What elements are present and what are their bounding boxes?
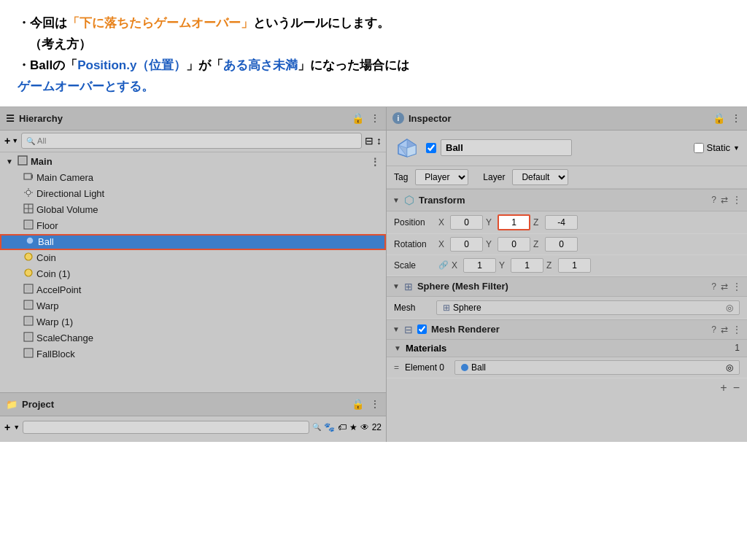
tree-item-warp1[interactable]: Warp (1) <box>0 314 386 330</box>
svg-rect-18 <box>26 286 31 292</box>
position-z-input[interactable] <box>545 215 578 230</box>
element-0-value[interactable]: Ball ◎ <box>454 360 740 375</box>
mesh-renderer-settings-icon[interactable]: ⇄ <box>721 324 728 335</box>
accelpoint-label: AccelPoint <box>36 284 81 295</box>
hierarchy-search-input[interactable] <box>37 136 357 145</box>
mesh-renderer-arrow-icon[interactable]: ▼ <box>392 325 400 333</box>
svg-rect-26 <box>26 350 31 356</box>
mesh-renderer-title: Mesh Renderer <box>431 324 707 335</box>
hierarchy-lock-icon[interactable]: 🔒 <box>352 112 364 124</box>
rotation-z-input[interactable] <box>545 237 578 252</box>
tree-item-accelpoint[interactable]: AccelPoint <box>0 282 386 298</box>
materials-header: ▼ Materials 1 <box>387 340 747 357</box>
tree-item-coin1[interactable]: Coin (1) <box>0 266 386 282</box>
project-dots-icon[interactable]: ⋮ <box>370 398 380 410</box>
mesh-value-text: Sphere <box>453 303 481 313</box>
project-toolbar: + ▼ 🔍 🐾 🏷 ★ 👁 22 <box>0 416 386 438</box>
position-y-label: Y <box>486 217 495 228</box>
transform-arrow-icon[interactable]: ▼ <box>392 196 400 204</box>
rotation-x-input[interactable] <box>450 237 483 252</box>
element-0-target-icon[interactable]: ◎ <box>726 362 733 373</box>
mesh-filter-question-icon[interactable]: ? <box>711 281 716 292</box>
mesh-renderer-dots-icon[interactable]: ⋮ <box>732 324 741 335</box>
position-xyz: X Y Z <box>438 214 740 230</box>
project-star-icon[interactable]: ★ <box>349 422 357 432</box>
mesh-renderer-section-header: ▼ ⊟ Mesh Renderer ? ⇄ ⋮ <box>387 319 747 340</box>
transform-question-icon[interactable]: ? <box>711 195 716 205</box>
materials-title: Materials <box>406 343 730 354</box>
mesh-target-icon[interactable]: ◎ <box>726 303 733 313</box>
object-header: Static ▼ <box>387 131 747 166</box>
project-asset-icon[interactable]: 🐾 <box>324 422 335 432</box>
tree-item-coin[interactable]: Coin <box>0 250 386 266</box>
transform-dots-icon[interactable]: ⋮ <box>732 195 741 205</box>
object-name-input[interactable] <box>441 139 572 156</box>
object-enable-checkbox[interactable] <box>426 143 436 153</box>
inspector-dots-icon[interactable]: ⋮ <box>731 112 741 124</box>
scale-z-input[interactable] <box>558 258 591 273</box>
inspector-lock-icon[interactable]: 🔒 <box>713 112 725 124</box>
tree-item-floor[interactable]: Floor <box>0 218 386 234</box>
svg-point-14 <box>26 237 34 244</box>
rotation-y-label: Y <box>486 239 495 249</box>
tree-item-scalechange[interactable]: ScaleChange <box>0 330 386 346</box>
project-eye-icon[interactable]: 👁 <box>360 422 369 432</box>
arrow-down-icon[interactable]: ▼ <box>12 137 18 144</box>
mesh-filter-settings-icon[interactable]: ⇄ <box>721 281 728 292</box>
inspector-title-row: i Inspector <box>392 112 452 124</box>
tree-item-warp[interactable]: Warp <box>0 298 386 314</box>
warp-label: Warp <box>36 300 59 311</box>
scale-link-icon: 🔗 <box>438 260 449 270</box>
layer-label: Layer <box>483 172 505 182</box>
static-checkbox[interactable] <box>694 143 704 153</box>
main-dots-icon[interactable]: ⋮ <box>370 156 380 168</box>
scale-y-input[interactable] <box>511 258 543 273</box>
remove-element-icon[interactable]: − <box>733 381 740 394</box>
project-search-input[interactable] <box>23 421 309 434</box>
mesh-grid-icon: ⊞ <box>443 303 450 313</box>
transform-actions: ? ⇄ ⋮ <box>711 195 741 205</box>
hierarchy-filter-icon[interactable]: ⊟ <box>365 135 374 147</box>
mesh-value-field[interactable]: ⊞ Sphere ◎ <box>436 300 740 315</box>
static-dropdown-arrow[interactable]: ▼ <box>733 144 740 152</box>
add-element-icon[interactable]: + <box>720 381 727 394</box>
project-lock-icon[interactable]: 🔒 <box>352 398 364 410</box>
tree-item-main-camera[interactable]: Main Camera <box>0 170 386 186</box>
mesh-renderer-enable[interactable] <box>417 324 427 334</box>
mesh-filter-dots-icon[interactable]: ⋮ <box>732 281 741 292</box>
svg-rect-1 <box>20 158 26 163</box>
tree-item-main[interactable]: ▼ Main ⋮ <box>0 154 386 170</box>
tag-dropdown[interactable]: Player <box>415 169 468 185</box>
project-arrow-icon[interactable]: ▼ <box>13 424 20 431</box>
position-y-input[interactable] <box>498 214 530 230</box>
hierarchy-dots-icon[interactable]: ⋮ <box>370 112 380 124</box>
mesh-renderer-checkbox[interactable] <box>417 324 427 334</box>
hierarchy-sort-icon[interactable]: ↕ <box>376 135 382 147</box>
add-button-group[interactable]: + ▼ <box>4 135 18 147</box>
tree-item-ball[interactable]: Ball <box>0 234 386 250</box>
main-cube-icon <box>18 155 28 168</box>
hierarchy-search-box[interactable]: 🔍 <box>21 133 362 149</box>
materials-count: 1 <box>735 343 740 353</box>
scale-x-input[interactable] <box>463 258 496 273</box>
mesh-renderer-question-icon[interactable]: ? <box>711 324 716 335</box>
scale-z-label: Z <box>546 260 555 271</box>
project-plus-icon[interactable]: + <box>4 421 10 433</box>
line3-highlight2: ある高さ未満 <box>223 58 298 72</box>
materials-arrow-icon[interactable]: ▼ <box>394 344 401 352</box>
rotation-label: Rotation <box>394 239 434 249</box>
plus-icon[interactable]: + <box>4 135 10 147</box>
tree-item-fallblock[interactable]: FallBlock <box>0 346 386 362</box>
tree-item-global-volume[interactable]: Global Volume <box>0 202 386 218</box>
position-x-input[interactable] <box>450 215 483 230</box>
fallblock-icon <box>23 348 34 360</box>
tree-item-directional-light[interactable]: Directional Light <box>0 186 386 202</box>
project-header-actions: 🔒 ⋮ <box>352 398 380 410</box>
transform-settings-icon[interactable]: ⇄ <box>721 195 728 205</box>
layer-dropdown[interactable]: Default <box>512 169 568 185</box>
object-checkbox-input[interactable] <box>426 143 436 153</box>
coin1-label: Coin (1) <box>36 268 70 279</box>
mesh-filter-arrow-icon[interactable]: ▼ <box>392 282 400 290</box>
rotation-y-input[interactable] <box>498 237 530 252</box>
project-tag-icon[interactable]: 🏷 <box>338 422 347 432</box>
